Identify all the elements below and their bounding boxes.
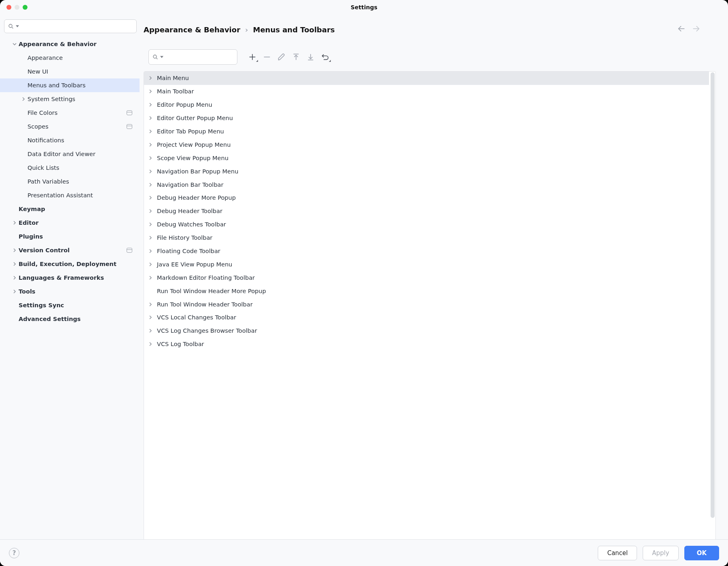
menu-tree-item-label: Java EE View Popup Menu: [157, 261, 232, 268]
menu-tree-item[interactable]: Debug Header More Popup: [144, 191, 493, 205]
menu-tree-item[interactable]: Project View Popup Menu: [144, 138, 493, 151]
chevron-right-icon: [11, 262, 19, 266]
sidebar-item[interactable]: Menus and Toolbars: [0, 78, 140, 92]
breadcrumb-leaf: Menus and Toolbars: [253, 25, 334, 34]
menu-tree-item-label: Scope View Popup Menu: [157, 155, 229, 161]
menu-tree-item-label: Main Menu: [157, 75, 189, 81]
chevron-right-icon: [148, 222, 154, 227]
add-action-button[interactable]: [248, 53, 257, 61]
close-window-button[interactable]: [6, 5, 11, 10]
svg-marker-7: [160, 56, 163, 58]
sidebar-item[interactable]: Build, Execution, Deployment: [0, 257, 140, 271]
menu-tree-item[interactable]: Scope View Popup Menu: [144, 151, 493, 165]
project-scope-badge-icon: [127, 110, 132, 115]
sidebar-item-label: Advanced Settings: [19, 316, 140, 322]
chevron-right-icon: [148, 142, 154, 147]
chevron-right-icon: [148, 302, 154, 307]
move-down-button[interactable]: [306, 53, 315, 61]
menu-tree-item[interactable]: Editor Tab Popup Menu: [144, 125, 493, 138]
sidebar-item[interactable]: Presentation Assistant: [0, 188, 140, 202]
menu-tree-item[interactable]: Debug Header Toolbar: [144, 205, 493, 218]
tree-search-input[interactable]: [165, 54, 236, 60]
menu-tree-item[interactable]: Floating Code Toolbar: [144, 245, 493, 258]
menu-tree-item[interactable]: Run Tool Window Header Toolbar: [144, 298, 493, 311]
menu-tree-item-label: VCS Log Toolbar: [157, 341, 204, 347]
menu-tree-item-label: Debug Watches Toolbar: [157, 221, 226, 228]
chevron-right-icon: [148, 76, 154, 80]
sidebar-item[interactable]: Appearance: [0, 51, 140, 65]
search-icon: [152, 54, 159, 60]
settings-search-box[interactable]: [4, 19, 137, 33]
sidebar-item[interactable]: Languages & Frameworks: [0, 271, 140, 285]
minimize-window-button[interactable]: [15, 5, 19, 10]
zoom-window-button[interactable]: [23, 5, 28, 10]
menu-tree-item[interactable]: Main Menu: [144, 72, 493, 85]
chevron-right-icon: [148, 182, 154, 187]
menu-tree-item[interactable]: Editor Popup Menu: [144, 98, 493, 112]
remove-action-button[interactable]: [262, 53, 271, 61]
sidebar-item[interactable]: Version Control: [0, 243, 140, 257]
menu-tree-item-label: VCS Log Changes Browser Toolbar: [157, 327, 257, 334]
menu-tree-item[interactable]: Debug Watches Toolbar: [144, 218, 493, 231]
menu-tree-item[interactable]: VCS Log Toolbar: [144, 338, 493, 351]
main-panel: Appearance & Behavior › Menus and Toolba…: [140, 15, 493, 386]
sidebar-item[interactable]: Data Editor and Viewer: [0, 147, 140, 161]
menu-tree-item[interactable]: File History Toolbar: [144, 231, 493, 245]
sidebar-item-label: Path Variables: [28, 178, 140, 185]
search-dropdown-icon[interactable]: [16, 25, 19, 28]
sidebar-item[interactable]: Advanced Settings: [0, 312, 140, 326]
sidebar-item[interactable]: Notifications: [0, 133, 140, 147]
menu-tree-item[interactable]: Editor Gutter Popup Menu: [144, 112, 493, 125]
sidebar-item[interactable]: Scopes: [0, 120, 140, 133]
sidebar-item-label: Menus and Toolbars: [28, 82, 140, 89]
menu-tree-item[interactable]: Markdown Editor Floating Toolbar: [144, 271, 493, 284]
breadcrumb-root[interactable]: Appearance & Behavior: [144, 25, 240, 34]
dropdown-indicator-icon: [256, 60, 258, 62]
menu-tree-item[interactable]: Java EE View Popup Menu: [144, 258, 493, 271]
sidebar-item[interactable]: New UI: [0, 65, 140, 78]
sidebar-item[interactable]: Plugins: [0, 230, 140, 243]
edit-action-button[interactable]: [277, 53, 286, 61]
menu-tree-item[interactable]: Navigation Bar Toolbar: [144, 178, 493, 191]
chevron-right-icon: [148, 328, 154, 333]
settings-tree[interactable]: Appearance & BehaviorAppearanceNew UIMen…: [0, 37, 140, 386]
chevron-right-icon: [148, 195, 154, 200]
menus-list-body[interactable]: Main MenuMain ToolbarEditor Popup MenuEd…: [144, 72, 493, 386]
sidebar-item[interactable]: Settings Sync: [0, 298, 140, 312]
svg-point-0: [9, 24, 12, 27]
menu-tree-item-label: Main Toolbar: [157, 88, 194, 95]
menu-tree-item-label: Debug Header Toolbar: [157, 208, 222, 214]
sidebar-item-label: Scopes: [28, 123, 127, 130]
chevron-right-icon: [11, 275, 19, 280]
menu-tree-item-label: File History Toolbar: [157, 234, 212, 241]
sidebar-item[interactable]: Keymap: [0, 202, 140, 216]
sidebar-item[interactable]: System Settings: [0, 92, 140, 106]
sidebar-item[interactable]: Appearance & Behavior: [0, 37, 140, 51]
sidebar-item[interactable]: Editor: [0, 216, 140, 230]
chevron-right-icon: [148, 89, 154, 94]
menu-tree-item[interactable]: Navigation Bar Popup Menu: [144, 165, 493, 178]
titlebar: Settings: [0, 0, 493, 15]
chevron-right-icon: [148, 129, 154, 134]
menu-tree-item[interactable]: VCS Local Changes Toolbar: [144, 311, 493, 324]
settings-search-input[interactable]: [21, 23, 133, 30]
chevron-down-icon: [11, 42, 19, 46]
menus-toolbar: [140, 35, 493, 69]
tree-search-box[interactable]: [148, 49, 237, 65]
sidebar-item-label: Version Control: [19, 247, 127, 253]
chevron-right-icon: [148, 262, 154, 267]
pencil-icon: [277, 53, 286, 61]
sidebar-item[interactable]: Quick Lists: [0, 161, 140, 175]
sidebar-item[interactable]: Path Variables: [0, 175, 140, 188]
search-dropdown-icon[interactable]: [160, 55, 163, 59]
menu-tree-item[interactable]: Run Tool Window Header More Popup: [144, 284, 493, 298]
menu-tree-item[interactable]: Main Toolbar: [144, 85, 493, 98]
plus-icon: [248, 53, 257, 61]
menu-tree-item[interactable]: VCS Log Changes Browser Toolbar: [144, 324, 493, 338]
move-up-button[interactable]: [292, 53, 301, 61]
menu-tree-item-label: Project View Popup Menu: [157, 142, 231, 148]
chevron-right-icon: [148, 235, 154, 240]
sidebar-item[interactable]: Tools: [0, 285, 140, 298]
restore-defaults-button[interactable]: [321, 53, 330, 61]
sidebar-item[interactable]: File Colors: [0, 106, 140, 120]
